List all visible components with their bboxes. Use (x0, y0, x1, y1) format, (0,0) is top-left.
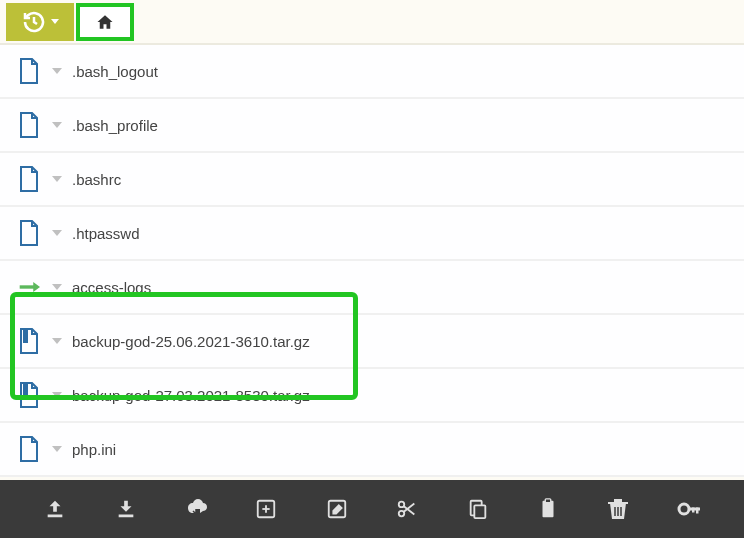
home-button[interactable] (76, 3, 134, 41)
svg-rect-5 (24, 385, 27, 388)
filename-label: .bash_logout (72, 63, 158, 80)
upload-button[interactable] (39, 493, 71, 525)
svg-rect-20 (545, 499, 551, 503)
file-row[interactable]: .htpasswd (0, 207, 744, 261)
svg-rect-9 (118, 515, 133, 518)
svg-point-15 (399, 511, 405, 516)
caret-down-icon (51, 19, 59, 24)
file-row[interactable]: .bash_logout (0, 45, 744, 99)
chevron-down-icon[interactable] (52, 338, 62, 344)
filename-label: .htpasswd (72, 225, 140, 242)
chevron-down-icon[interactable] (52, 176, 62, 182)
file-icon (18, 219, 40, 247)
svg-point-14 (399, 502, 405, 508)
copy-icon (467, 498, 489, 520)
new-button[interactable] (250, 493, 282, 525)
chevron-down-icon[interactable] (52, 392, 62, 398)
plus-square-icon (255, 498, 277, 520)
svg-rect-21 (614, 499, 622, 502)
file-row[interactable]: access-logs (0, 261, 744, 315)
topbar (0, 0, 744, 45)
svg-rect-3 (24, 335, 27, 338)
symlink-icon (18, 273, 40, 301)
file-row[interactable]: backup-god-27.03.2021-8530.tar.gz (0, 369, 744, 423)
svg-rect-28 (696, 508, 699, 514)
permissions-button[interactable] (673, 493, 705, 525)
filename-label: backup-god-27.03.2021-8530.tar.gz (72, 387, 310, 404)
chevron-down-icon[interactable] (52, 446, 62, 452)
chevron-down-icon[interactable] (52, 284, 62, 290)
paste-button[interactable] (532, 493, 564, 525)
edit-button[interactable] (321, 493, 353, 525)
edit-icon (326, 498, 348, 520)
svg-rect-7 (24, 393, 27, 396)
svg-rect-29 (692, 508, 695, 513)
scissors-icon (396, 498, 418, 520)
bottom-toolbar (0, 480, 744, 538)
file-icon (18, 435, 40, 463)
svg-rect-22 (608, 502, 628, 504)
filename-label: .bash_profile (72, 117, 158, 134)
paste-icon (537, 498, 559, 520)
download-button[interactable] (110, 493, 142, 525)
chevron-down-icon[interactable] (52, 68, 62, 74)
trash-icon (608, 498, 628, 520)
chevron-down-icon[interactable] (52, 122, 62, 128)
svg-point-26 (679, 504, 689, 514)
home-icon (95, 13, 115, 31)
file-icon (18, 165, 40, 193)
history-button[interactable] (6, 3, 74, 41)
history-icon (22, 10, 46, 34)
file-row[interactable]: php.ini (0, 423, 744, 477)
key-icon (677, 498, 701, 520)
svg-marker-1 (33, 282, 40, 292)
cut-button[interactable] (391, 493, 423, 525)
copy-button[interactable] (462, 493, 494, 525)
filename-label: .bashrc (72, 171, 121, 188)
svg-rect-8 (48, 515, 63, 518)
filename-label: backup-god-25.06.2021-3610.tar.gz (72, 333, 310, 350)
filename-label: php.ini (72, 441, 116, 458)
filename-label: access-logs (72, 279, 151, 296)
svg-rect-2 (24, 331, 27, 334)
file-list: .bash_logout .bash_profile .bashrc .htpa… (0, 45, 744, 477)
svg-rect-6 (24, 389, 27, 392)
svg-rect-18 (474, 505, 485, 518)
delete-button[interactable] (602, 493, 634, 525)
cloud-download-icon (184, 499, 208, 519)
chevron-down-icon[interactable] (52, 230, 62, 236)
cloud-download-button[interactable] (180, 493, 212, 525)
file-icon (18, 111, 40, 139)
archive-icon (18, 381, 40, 409)
file-row[interactable]: backup-god-25.06.2021-3610.tar.gz (0, 315, 744, 369)
file-row[interactable]: .bash_profile (0, 99, 744, 153)
download-icon (115, 498, 137, 520)
archive-icon (18, 327, 40, 355)
svg-rect-4 (24, 339, 27, 342)
upload-icon (44, 498, 66, 520)
file-row[interactable]: .bashrc (0, 153, 744, 207)
file-icon (18, 57, 40, 85)
